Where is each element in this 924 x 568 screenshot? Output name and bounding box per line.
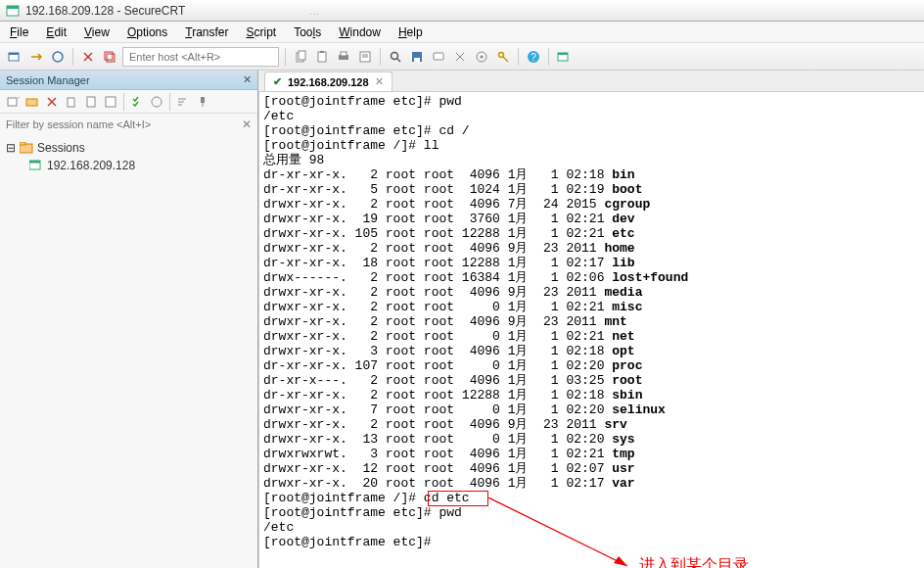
session-icon bbox=[29, 160, 43, 171]
toolbar-options-icon[interactable] bbox=[473, 48, 490, 66]
menu-tools[interactable]: Tools bbox=[294, 25, 321, 39]
toolbar-separator bbox=[548, 48, 549, 66]
session-manager-titlebar: Session Manager ✕ bbox=[0, 71, 257, 90]
terminal-line: [root@jointframe etc]# pwd bbox=[263, 94, 920, 109]
svg-rect-10 bbox=[299, 51, 305, 60]
toolbar-print-icon[interactable] bbox=[335, 48, 352, 66]
terminal-line: drwxr-xr-x. 2 root root 4096 9月 23 2011 … bbox=[263, 314, 920, 329]
svg-rect-7 bbox=[105, 52, 113, 60]
tree-root-label: Sessions bbox=[37, 141, 85, 155]
terminal-line: drwxr-xr-x. 7 root root 0 1月 1 02:20 sel… bbox=[263, 402, 920, 417]
new-session-icon[interactable]: + bbox=[4, 93, 22, 111]
svg-point-41 bbox=[152, 97, 162, 107]
svg-rect-32 bbox=[558, 53, 568, 55]
terminal-line: drwxrwxrwt. 3 root root 4096 1月 1 02:21 … bbox=[263, 447, 920, 461]
tab-strip: ✔ 192.168.209.128 ✕ bbox=[258, 71, 924, 92]
svg-rect-21 bbox=[414, 58, 420, 62]
toolbar-help-icon[interactable]: ? bbox=[525, 48, 542, 66]
terminal-line: drwxr-xr-x. 3 root root 4096 1月 1 02:18 … bbox=[263, 344, 920, 358]
connected-check-icon: ✔ bbox=[273, 75, 282, 88]
terminal-line: drwxr-xr-x. 2 root root 4096 9月 23 2011 … bbox=[263, 241, 920, 256]
svg-marker-52 bbox=[614, 556, 627, 566]
toolbar-key-icon[interactable] bbox=[494, 48, 512, 66]
toolbar-separator bbox=[518, 48, 519, 66]
toolbar-session-icon[interactable] bbox=[555, 48, 573, 66]
delete-icon[interactable] bbox=[43, 93, 61, 111]
menu-window[interactable]: Window bbox=[339, 25, 381, 39]
terminal-line: [root@jointframe etc]# cd / bbox=[263, 123, 920, 138]
terminal-line: drwx------. 2 root root 16384 1月 1 02:06… bbox=[263, 270, 920, 285]
toolbar-disconnect-icon[interactable] bbox=[79, 48, 97, 66]
menu-script[interactable]: Script bbox=[247, 25, 277, 39]
terminal-line: dr-xr-xr-x. 18 root root 12288 1月 1 02:1… bbox=[263, 256, 920, 270]
menu-options[interactable]: Options bbox=[127, 25, 167, 39]
toolbar-separator bbox=[285, 48, 286, 66]
toolbar-reconnect-icon[interactable] bbox=[49, 48, 67, 66]
svg-line-19 bbox=[397, 59, 400, 62]
session-manager-panel: Session Manager ✕ + ✕ ⊟ Sessions bbox=[0, 71, 258, 568]
session-filter: ✕ bbox=[0, 114, 257, 135]
clear-filter-icon[interactable]: ✕ bbox=[242, 118, 252, 131]
new-folder-icon[interactable] bbox=[23, 93, 41, 111]
toolbar-properties-icon[interactable] bbox=[356, 48, 374, 66]
svg-text:?: ? bbox=[531, 52, 536, 63]
menu-help[interactable]: Help bbox=[398, 25, 423, 39]
terminal-output[interactable]: [root@jointframe etc]# pwd/etc[root@join… bbox=[258, 92, 924, 568]
tree-root-sessions[interactable]: ⊟ Sessions bbox=[6, 139, 252, 157]
tree-session-node[interactable]: 192.168.209.128 bbox=[6, 157, 252, 174]
terminal-line: /etc bbox=[263, 520, 920, 535]
terminal-line: drwxr-xr-x. 20 root root 4096 1月 1 02:17… bbox=[263, 476, 920, 491]
toolbar-find-icon[interactable] bbox=[387, 48, 404, 66]
menu-file[interactable]: File bbox=[10, 25, 28, 39]
svg-line-28 bbox=[503, 57, 508, 62]
toolbar-chat-icon[interactable] bbox=[430, 48, 447, 66]
toolbar-quick-connect-icon[interactable] bbox=[27, 48, 45, 66]
svg-rect-14 bbox=[341, 52, 346, 56]
svg-point-18 bbox=[392, 52, 398, 59]
paste-session-icon[interactable] bbox=[82, 93, 100, 111]
terminal-line: drwxr-xr-x. 12 root root 4096 1月 1 02:07… bbox=[263, 461, 920, 476]
session-manager-toolbar: + bbox=[0, 90, 257, 114]
main-toolbar: ? bbox=[0, 43, 924, 71]
terminal-line: drwxr-xr-x. 19 root root 3760 1月 1 02:21… bbox=[263, 212, 920, 226]
terminal-line: [root@jointframe etc]# pwd bbox=[263, 505, 920, 520]
session-filter-input[interactable] bbox=[6, 118, 238, 130]
terminal-panel: ✔ 192.168.209.128 ✕ [root@jointframe etc… bbox=[258, 71, 924, 568]
terminal-line: drwxr-xr-x. 2 root root 4096 7月 24 2015 … bbox=[263, 197, 920, 212]
collapse-icon: ⊟ bbox=[6, 141, 16, 155]
terminal-line: drwxr-xr-x. 2 root root 4096 9月 23 2011 … bbox=[263, 285, 920, 300]
toolbar-paste-icon[interactable] bbox=[313, 48, 331, 66]
close-session-manager-button[interactable]: ✕ bbox=[243, 73, 252, 86]
window-title: 192.168.209.128 - SecureCRT bbox=[25, 4, 185, 18]
svg-point-26 bbox=[481, 55, 484, 58]
terminal-line: drwxr-xr-x. 105 root root 12288 1月 1 02:… bbox=[263, 226, 920, 241]
svg-rect-50 bbox=[29, 161, 40, 164]
toolbar-copy-icon[interactable] bbox=[292, 48, 309, 66]
title-bar: 192.168.209.128 - SecureCRT … bbox=[0, 0, 924, 22]
terminal-line: dr-xr-x---. 2 root root 4096 1月 1 03:25 … bbox=[263, 373, 920, 388]
close-tab-icon[interactable]: ✕ bbox=[375, 75, 384, 88]
sort-icon[interactable] bbox=[174, 93, 192, 111]
terminal-line: /etc bbox=[263, 109, 920, 123]
terminal-line: [root@jointframe /]# ll bbox=[263, 138, 920, 153]
menu-edit[interactable]: Edit bbox=[46, 25, 67, 39]
session-tab[interactable]: ✔ 192.168.209.128 ✕ bbox=[264, 71, 393, 91]
toolbar-separator bbox=[123, 93, 124, 111]
svg-rect-39 bbox=[87, 97, 95, 107]
host-input[interactable] bbox=[122, 47, 279, 67]
toolbar-reconnect-all-icon[interactable] bbox=[101, 48, 118, 66]
copy-session-icon[interactable] bbox=[63, 93, 80, 111]
terminal-line: drwxr-xr-x. 2 root root 0 1月 1 02:21 mis… bbox=[263, 300, 920, 314]
toolbar-save-icon[interactable] bbox=[408, 48, 426, 66]
toolbar-stop-icon[interactable] bbox=[451, 48, 469, 66]
svg-rect-22 bbox=[434, 53, 443, 60]
properties-icon[interactable] bbox=[102, 93, 119, 111]
pin-icon[interactable] bbox=[194, 93, 211, 111]
terminal-line: drwxr-xr-x. 2 root root 0 1月 1 02:21 net bbox=[263, 329, 920, 344]
menu-view[interactable]: View bbox=[84, 25, 110, 39]
settings-icon[interactable] bbox=[148, 93, 165, 111]
svg-text:+: + bbox=[18, 95, 20, 102]
checklist-icon[interactable] bbox=[128, 93, 146, 111]
menu-transfer[interactable]: Transfer bbox=[185, 25, 228, 39]
toolbar-connect-icon[interactable] bbox=[6, 48, 23, 66]
